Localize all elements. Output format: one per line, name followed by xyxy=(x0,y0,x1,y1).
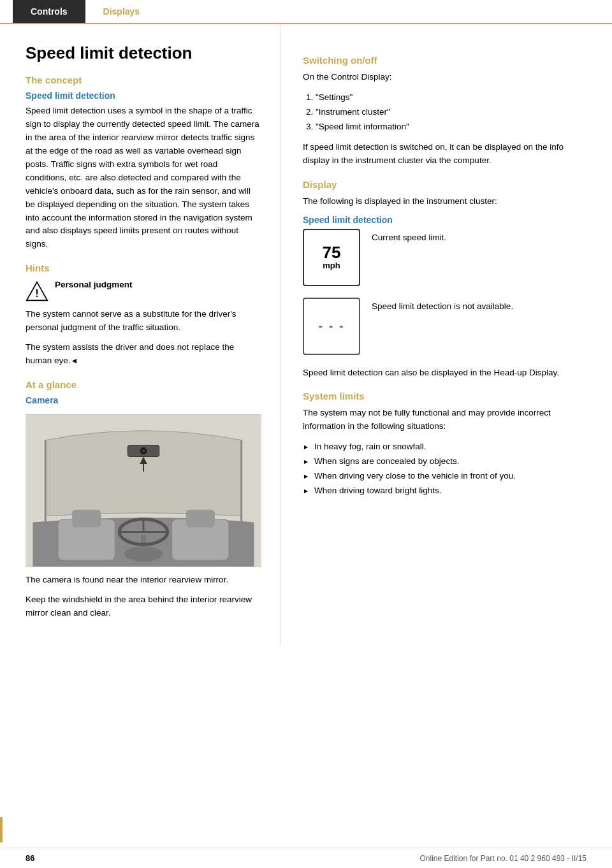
switching-intro: On the Control Display: xyxy=(303,71,590,84)
sign-dashes: - - - xyxy=(318,319,344,333)
speed-limit-subheading-right: Speed limit detection xyxy=(303,215,590,225)
step-1: "Settings" xyxy=(316,90,590,105)
hint-title: Personal judgment xyxy=(55,280,133,289)
camera-subheading: Camera xyxy=(26,395,261,405)
switching-body: If speed limit detection is switched on,… xyxy=(303,141,590,168)
sign-unit: mph xyxy=(323,261,340,270)
sign1-description: Current speed limit. xyxy=(372,229,446,245)
head-up-text: Speed limit detection can also be displa… xyxy=(303,366,590,380)
bullet-1: In heavy fog, rain or snowfall. xyxy=(303,440,590,454)
svg-rect-5 xyxy=(72,510,101,528)
page-number: 86 xyxy=(26,853,34,863)
hints-heading: Hints xyxy=(26,263,261,273)
hint-box: ! Personal judgment xyxy=(26,278,261,303)
main-content: Speed limit detection The concept Speed … xyxy=(0,24,612,646)
speed-sign-75: 75 mph xyxy=(303,229,360,286)
sign-row-2: - - - Speed limit detection is not avail… xyxy=(303,298,590,355)
speed-limit-subheading-left: Speed limit detection xyxy=(26,90,261,101)
display-heading: Display xyxy=(303,179,590,190)
footer-info: Online Edition for Part no. 01 40 2 960 … xyxy=(419,854,586,863)
camera-image xyxy=(26,414,261,567)
left-accent-bar xyxy=(0,817,3,843)
nav-tabs: Controls Displays xyxy=(0,0,612,24)
svg-point-9 xyxy=(142,450,145,452)
sign2-description: Speed limit detection is not available. xyxy=(372,298,513,314)
bullet-3: When driving very close to the vehicle i… xyxy=(303,469,590,484)
footer: 86 Online Edition for Part no. 01 40 2 9… xyxy=(0,848,612,868)
switching-steps-list: "Settings" "Instrument cluster" "Speed l… xyxy=(316,90,590,134)
display-intro: The following is displayed in the instru… xyxy=(303,195,590,208)
svg-rect-6 xyxy=(186,510,215,528)
car-interior-svg xyxy=(26,415,261,567)
hint-body2: The system assists the driver and does n… xyxy=(26,341,261,368)
left-column: Speed limit detection The concept Speed … xyxy=(0,24,280,646)
camera-caption: The camera is found near the interior re… xyxy=(26,574,261,587)
bullet-4: When driving toward bright lights. xyxy=(303,484,590,498)
sign-row-1: 75 mph Current speed limit. xyxy=(303,229,590,286)
concept-body: Speed limit detection uses a symbol in t… xyxy=(26,105,261,251)
windshield-text: Keep the windshield in the area behind t… xyxy=(26,593,261,620)
hint-body1: The system cannot serve as a substitute … xyxy=(26,308,261,335)
tab-displays[interactable]: Displays xyxy=(85,0,158,23)
concept-heading: The concept xyxy=(26,75,261,85)
step-3: "Speed limit information" xyxy=(316,120,590,134)
svg-point-11 xyxy=(124,546,163,561)
main-title: Speed limit detection xyxy=(26,43,261,63)
system-limits-intro: The system may not be fully functional a… xyxy=(303,407,590,433)
warning-triangle-icon: ! xyxy=(26,280,48,303)
right-column: Switching on/off On the Control Display:… xyxy=(280,24,612,646)
switching-heading: Switching on/off xyxy=(303,55,590,66)
end-mark: ◄ xyxy=(71,356,78,365)
tab-controls[interactable]: Controls xyxy=(13,0,85,23)
system-limits-heading: System limits xyxy=(303,391,590,401)
at-a-glance-heading: At a glance xyxy=(26,379,261,390)
bullet-2: When signs are concealed by objects. xyxy=(303,454,590,469)
svg-text:!: ! xyxy=(35,287,38,299)
step-2: "Instrument cluster" xyxy=(316,105,590,120)
hint-text-container: Personal judgment xyxy=(55,278,133,292)
sign-number: 75 xyxy=(323,244,341,261)
system-limits-list: In heavy fog, rain or snowfall. When sig… xyxy=(303,440,590,498)
speed-sign-dashes: - - - xyxy=(303,298,360,355)
